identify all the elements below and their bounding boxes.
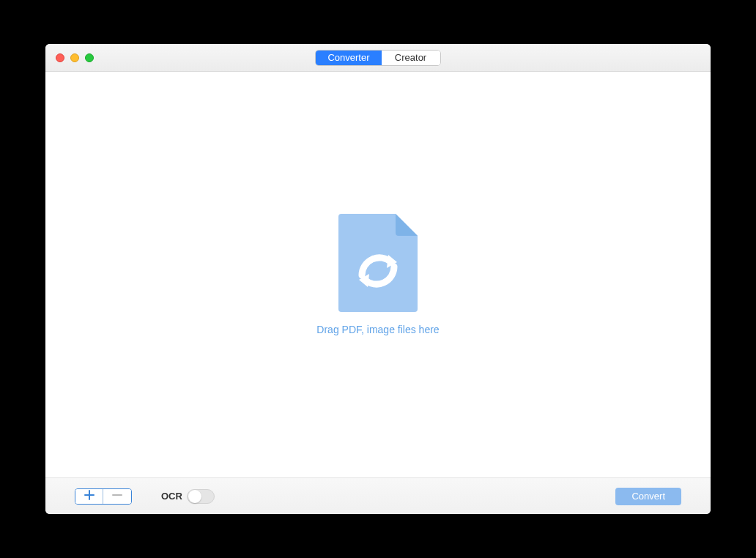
tab-converter-label: Converter xyxy=(327,52,369,63)
minus-icon xyxy=(112,490,122,502)
toggle-knob xyxy=(188,490,201,503)
tab-converter[interactable]: Converter xyxy=(316,51,381,65)
drop-zone[interactable]: Drag PDF, image files here xyxy=(316,214,439,335)
add-file-button[interactable] xyxy=(75,489,103,504)
tab-creator[interactable]: Creator xyxy=(382,51,440,65)
plus-icon xyxy=(84,490,94,502)
add-remove-group xyxy=(75,488,132,505)
maximize-window-button[interactable] xyxy=(85,53,94,62)
tab-creator-label: Creator xyxy=(395,52,426,63)
close-window-button[interactable] xyxy=(56,53,64,62)
app-window: Converter Creator Dr xyxy=(45,44,711,514)
footer-toolbar: OCR Convert xyxy=(45,477,711,514)
ocr-label: OCR xyxy=(161,491,182,502)
ocr-toggle[interactable] xyxy=(187,489,215,504)
remove-file-button[interactable] xyxy=(103,489,131,504)
titlebar: Converter Creator xyxy=(45,44,711,72)
convert-button[interactable]: Convert xyxy=(615,488,681,505)
minimize-window-button[interactable] xyxy=(70,53,79,62)
mode-tabs: Converter Creator xyxy=(315,50,440,66)
traffic-lights xyxy=(56,53,94,62)
convert-button-label: Convert xyxy=(631,491,665,502)
file-convert-icon xyxy=(338,214,418,315)
ocr-group: OCR xyxy=(161,489,215,504)
drop-zone-label: Drag PDF, image files here xyxy=(316,324,439,335)
main-area: Drag PDF, image files here xyxy=(45,72,711,477)
